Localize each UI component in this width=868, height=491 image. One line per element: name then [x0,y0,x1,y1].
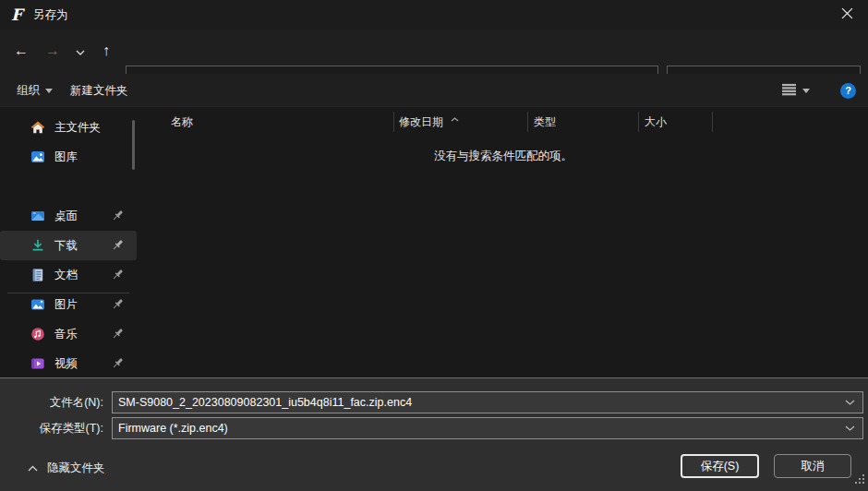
sidebar-item-label: 图片 [54,297,78,313]
sidebar-item-documents[interactable]: 文档 [0,260,137,290]
sort-ascending-icon [451,109,459,126]
save-type-select[interactable] [113,422,845,435]
sidebar-item-home[interactable]: 主文件夹 [0,113,137,142]
back-button[interactable]: ← [7,37,35,65]
sidebar-item-label: 图库 [54,150,78,165]
sidebar-scrollbar[interactable] [132,120,135,170]
new-folder-label: 新建文件夹 [70,83,128,99]
save-button[interactable]: 保存(S) [681,454,759,478]
chevron-down-icon [76,42,85,59]
sidebar-item-pictures[interactable]: 图片 [0,290,137,319]
gallery-icon [30,150,45,164]
details-view-icon [781,83,797,99]
back-icon: ← [14,42,29,59]
sidebar-item-downloads[interactable]: 下载 [0,231,137,260]
up-button[interactable]: ↑ [92,37,120,65]
up-icon: ↑ [102,42,110,59]
column-header-size[interactable]: 大小 [641,111,670,133]
close-icon [841,6,853,23]
hide-folders-label: 隐藏文件夹 [47,461,105,476]
save-as-dialog: F 另存为 ← → ↑ 下载 SM-S9080 [0,0,868,491]
chevron-up-icon [28,461,38,474]
file-list: 名称 修改日期 类型 大小 没有与搜索条件匹配的项。 [139,108,868,377]
sidebar-item-label: 桌面 [54,209,78,224]
column-header-date-modified[interactable]: 修改日期 [395,111,447,133]
pin-icon [111,297,125,311]
view-mode-button[interactable] [774,74,817,107]
chevron-down-icon[interactable] [845,400,862,405]
column-header-type[interactable]: 类型 [530,111,560,133]
organize-label: 组织 [17,83,40,99]
help-button[interactable]: ? [833,74,863,107]
sidebar-item-gallery[interactable]: 图库 [0,142,137,172]
save-type-label: 保存类型(T): [0,421,103,437]
pin-icon [111,356,125,370]
command-bar: 组织 新建文件夹 ? [0,74,868,107]
recent-locations-button[interactable] [66,37,94,65]
new-folder-button[interactable]: 新建文件夹 [63,74,136,107]
filename-label: 文件名(N): [0,395,103,411]
app-icon: F [11,6,22,24]
column-divider[interactable] [527,112,528,132]
main-area: 主文件夹 图库 桌面 [0,108,868,377]
column-header-name[interactable]: 名称 [167,111,197,133]
sidebar-item-label: 文档 [54,268,78,283]
window-title: 另存为 [33,7,68,23]
document-icon [30,268,45,282]
filename-input[interactable] [113,396,845,409]
video-icon [30,356,45,371]
pin-icon [111,238,125,252]
home-icon [30,120,45,135]
sidebar-item-desktop[interactable]: 桌面 [0,201,137,231]
sidebar-item-label: 下载 [54,238,78,254]
filename-combo [112,391,863,413]
desktop-icon [30,209,45,223]
hide-folders-button[interactable]: 隐藏文件夹 [28,456,105,480]
sidebar: 主文件夹 图库 桌面 [0,108,139,377]
pin-icon [111,327,125,341]
sidebar-item-label: 视频 [54,356,78,372]
sidebar-item-music[interactable]: 音乐 [0,319,137,349]
help-icon: ? [840,83,856,99]
save-type-combo [112,417,863,439]
sidebar-item-videos[interactable]: 视频 [0,349,137,378]
sidebar-item-label: 音乐 [54,327,78,342]
forward-icon: → [45,42,60,59]
navigation-bar: ← → ↑ 下载 SM-S9080 [0,30,868,74]
cancel-button[interactable]: 取消 [774,454,851,478]
chevron-down-icon [45,89,53,93]
titlebar: F 另存为 [0,0,868,30]
close-button[interactable] [826,0,868,30]
column-divider[interactable] [393,112,394,132]
forward-button[interactable]: → [39,37,66,65]
pin-icon [111,209,125,222]
pictures-icon [30,297,45,312]
organize-button[interactable]: 组织 [9,74,60,107]
chevron-down-icon[interactable] [845,425,862,431]
pin-icon [111,268,125,281]
sidebar-item-label: 主文件夹 [54,120,101,136]
empty-results-message: 没有与搜索条件匹配的项。 [139,149,868,164]
resize-grip[interactable] [854,472,865,488]
chevron-down-icon [802,89,810,93]
music-icon [30,327,45,341]
column-divider[interactable] [638,112,639,132]
download-icon [30,238,45,253]
column-divider[interactable] [712,112,713,132]
